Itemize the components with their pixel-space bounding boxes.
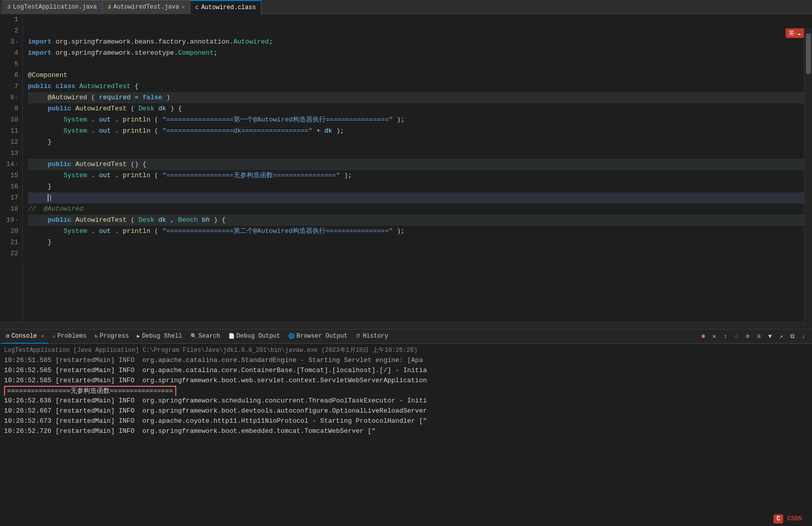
console-line-6-text: 10:26:52.667 [restartedMain] INFO org.sp…: [4, 407, 427, 415]
plain-8b: =: [135, 94, 139, 101]
code-content: 1 2 3 4 5 6 7 8 9 10 11 12 13 14 15 16 1: [0, 14, 812, 322]
plain-19b: (: [131, 216, 135, 224]
tab-log-test[interactable]: J LogTestApplication.java: [2, 0, 102, 14]
code-lines[interactable]: import org.springframework.beans.factory…: [23, 14, 812, 322]
progress-icon: ↻: [95, 333, 98, 339]
console-tab-history[interactable]: ⏱ History: [352, 330, 392, 344]
str-11: "=================dk=================": [162, 127, 312, 135]
str-15: "=================无参构造函数================…: [162, 172, 340, 179]
menu-button[interactable]: ≡: [754, 332, 763, 341]
kw-false-8: false: [142, 94, 162, 101]
ln-10: 10: [0, 114, 18, 126]
code-line-22: [28, 248, 812, 259]
indent-19: [28, 216, 44, 224]
maximize-button[interactable]: ⧉: [788, 332, 797, 341]
plain-4: org.springframework.stereotype.: [56, 49, 178, 57]
println-11: println: [123, 127, 150, 135]
type-20a: System: [63, 227, 87, 235]
pin-button[interactable]: ⊘: [732, 332, 741, 341]
plain-19d: ,: [170, 216, 178, 224]
plain-20a: .: [91, 227, 95, 235]
indent-16: [28, 183, 44, 190]
var-19a: dk: [159, 216, 167, 224]
str-20: "=================第二个@Autowired构造器执行====…: [162, 227, 393, 235]
console-tab-search[interactable]: 🔍 Search: [186, 330, 224, 344]
indent-17: [28, 194, 44, 201]
code-line-10: System . out . println ( "==============…: [28, 114, 812, 126]
wrap-button[interactable]: ⊙: [743, 332, 752, 341]
console-line-2-text: 10:26:52.585 [restartedMain] INFO org.ap…: [4, 367, 427, 374]
console-area: ⊡ Console ✕ ⚠ Problems ↻ Progress ▶ Debu…: [0, 329, 812, 526]
plain-8: (: [91, 94, 95, 101]
browser-output-icon: 🌐: [288, 333, 294, 339]
code-line-1: [28, 14, 812, 25]
indent-12: [28, 138, 44, 146]
console-tab-progress[interactable]: ↻ Progress: [91, 330, 133, 344]
tab-autowired-class[interactable]: C Autowired.class: [190, 0, 262, 14]
stop-button[interactable]: ■: [699, 332, 708, 341]
plain-20d: );: [397, 227, 405, 235]
indent-20: [28, 227, 59, 235]
console-tab-debug-shell[interactable]: ▶ Debug Shell: [133, 330, 186, 344]
editor-right-scrollbar[interactable]: [804, 28, 812, 322]
console-line-1: 10:26:51.585 [restartedMain] INFO org.ap…: [4, 355, 808, 366]
open-external-button[interactable]: ↗: [777, 332, 786, 341]
editor-scrollbar-thumb[interactable]: [806, 33, 811, 74]
ln-6: 6: [0, 70, 18, 81]
tab-autowired-java[interactable]: J AutowiredTest.java ✕: [102, 0, 190, 14]
close-tab-autowired-java[interactable]: ✕: [181, 4, 184, 10]
console-tab-debug-output[interactable]: 📄 Debug Output: [224, 330, 284, 344]
plain-8c: ): [166, 94, 170, 101]
minimize-console-button[interactable]: ↓: [799, 332, 808, 341]
editor-area: 1 2 3 4 5 6 7 8 9 10 11 12 13 14 15 16 1: [0, 14, 812, 328]
type-19a: Desk: [139, 216, 154, 224]
code-line-6: @Component: [28, 70, 812, 81]
plain-20c: (: [154, 227, 159, 235]
watermark-area: C CSDN: [0, 511, 812, 526]
brace-16: }: [48, 183, 52, 190]
tab-icon-log-test: J: [7, 4, 11, 10]
code-line-8: @Autowired ( required = false ): [28, 92, 812, 103]
ln-15: 15: [0, 170, 18, 181]
println-15: println: [123, 172, 150, 179]
code-line-2: [28, 25, 812, 36]
console-tab-browser-output[interactable]: 🌐 Browser Output: [284, 330, 352, 344]
console-tab-problems[interactable]: ⚠ Problems: [48, 330, 91, 344]
debug-output-icon: 📄: [228, 333, 235, 339]
indent-21: [28, 238, 44, 246]
code-line-20: System . out . println ( "==============…: [28, 226, 812, 237]
plain-11d: +: [317, 127, 321, 135]
tab-icon-autowired-java: J: [107, 4, 111, 10]
clear-button[interactable]: ✕: [710, 332, 719, 341]
plain-7c: {: [135, 83, 139, 90]
editor-h-scrollbar[interactable]: [0, 322, 812, 328]
indent-9: [28, 105, 44, 112]
kw-public-7: public: [28, 83, 52, 90]
str-10: "=================第一个@Autowired构造器执行====…: [162, 116, 393, 124]
ln-12: 12: [0, 137, 18, 148]
console-tab-label-browser-output: Browser Output: [296, 333, 347, 340]
plain-15d: );: [344, 172, 352, 179]
ln-18: 18: [0, 204, 18, 215]
console-line-8-text: 10:26:52.726 [restartedMain] INFO org.sp…: [4, 427, 375, 435]
code-line-15: System . out . println ( "==============…: [28, 170, 812, 181]
code-line-7: public class AutowiredTest {: [28, 81, 812, 92]
brace-12: }: [48, 138, 52, 146]
expand-button[interactable]: ▼: [765, 332, 775, 341]
console-tab-label-problems: Problems: [57, 333, 87, 340]
console-line-4-highlighted: ================无参构造函数================: [4, 386, 176, 396]
console-content[interactable]: LogTestApplication [Java Application] C:…: [0, 344, 812, 511]
type-10a: System: [63, 116, 87, 124]
scroll-lock-button[interactable]: ↕: [721, 332, 730, 341]
plain-14b: () {: [131, 160, 146, 168]
console-tab-console[interactable]: ⊡ Console ✕: [2, 330, 48, 344]
console-tab-label-search: Search: [199, 333, 220, 340]
console-line-1-text: 10:26:51.585 [restartedMain] INFO org.ap…: [4, 356, 423, 364]
problems-icon: ⚠: [52, 333, 55, 339]
comment-18: // @Autowired: [28, 205, 83, 213]
code-line-4: import org.springframework.stereotype.Co…: [28, 48, 812, 59]
plain-19f: ) {: [214, 216, 225, 224]
console-line-8: 10:26:52.726 [restartedMain] INFO org.sp…: [4, 426, 808, 436]
console-tab-close-console[interactable]: ✕: [41, 333, 44, 339]
console-toolbar: ■ ✕ ↕ ⊘ ⊙ ≡ ▼ ↗ ⧉ ↓: [699, 332, 812, 341]
